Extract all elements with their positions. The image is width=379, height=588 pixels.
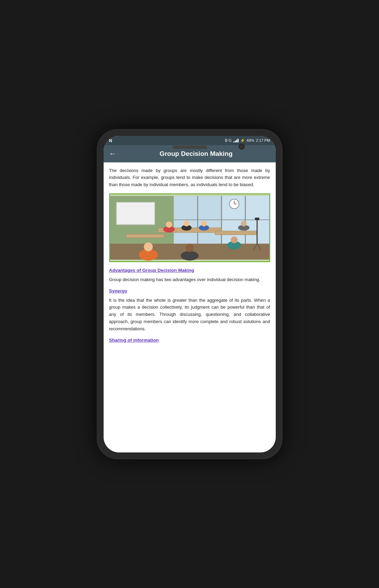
svg-rect-29 xyxy=(256,218,258,244)
svg-point-22 xyxy=(166,221,172,227)
status-bar: N B G ⚡ 69% 2:17 PM xyxy=(104,136,276,145)
status-left: N xyxy=(109,138,112,143)
svg-point-18 xyxy=(144,242,152,251)
synergy-link[interactable]: Synergy xyxy=(109,288,270,293)
page-title: Group Decision Making xyxy=(122,150,270,158)
svg-rect-9 xyxy=(116,202,155,225)
svg-point-34 xyxy=(231,236,238,243)
phone-device: N B G ⚡ 69% 2:17 PM ← Group Decision Mak… xyxy=(97,129,283,459)
phone-camera xyxy=(239,143,245,150)
network-logo: N xyxy=(109,138,112,143)
svg-rect-30 xyxy=(255,217,259,220)
battery-percent: 69% xyxy=(247,138,254,142)
status-right: B G ⚡ 69% 2:17 PM xyxy=(225,138,270,143)
svg-rect-16 xyxy=(215,231,256,235)
svg-point-20 xyxy=(185,244,193,252)
meeting-image xyxy=(109,193,270,262)
advantages-body: Group decision making has two advantages… xyxy=(109,276,270,284)
svg-point-28 xyxy=(241,221,246,227)
svg-point-26 xyxy=(201,221,207,227)
network-type: B G xyxy=(225,138,232,142)
svg-point-19 xyxy=(181,251,199,260)
battery-icon: ⚡ xyxy=(240,138,245,143)
intro-paragraph: The decisions made by groups are mostly … xyxy=(109,167,270,189)
svg-point-24 xyxy=(183,221,189,227)
signal-bars-icon xyxy=(233,138,239,142)
back-button[interactable]: ← xyxy=(109,149,117,158)
svg-point-10 xyxy=(229,199,239,209)
clock: 2:17 PM xyxy=(256,138,270,142)
advantages-link[interactable]: Advantages of Group Decision Making xyxy=(109,268,270,273)
sharing-link[interactable]: Sharing of information xyxy=(109,338,270,343)
screen: N B G ⚡ 69% 2:17 PM ← Group Decision Mak… xyxy=(104,136,276,452)
svg-rect-15 xyxy=(126,234,164,238)
synergy-body: It is the idea that the whole is greater… xyxy=(109,297,270,333)
content-area[interactable]: The decisions made by groups are mostly … xyxy=(104,162,276,452)
phone-speaker xyxy=(172,146,207,149)
